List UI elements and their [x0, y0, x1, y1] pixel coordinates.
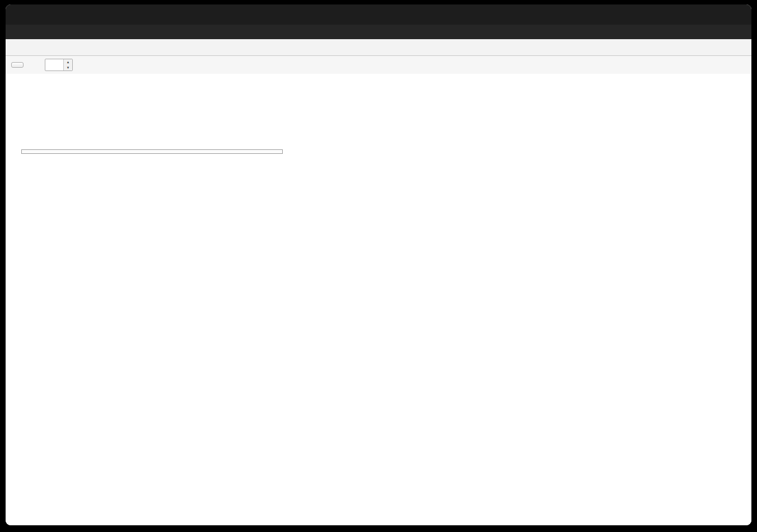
- stacked-diagrams-value: [45, 59, 63, 70]
- toolbar: ▲ ▼: [6, 56, 751, 74]
- y-axis-title: [735, 148, 749, 525]
- spin-arrows: ▲ ▼: [63, 59, 72, 70]
- stacked-diagrams-spinbox[interactable]: ▲ ▼: [45, 59, 73, 71]
- chart-panel: [6, 74, 751, 525]
- tab-bar: [6, 39, 751, 56]
- titlebar[interactable]: [6, 4, 751, 25]
- heaptrack-window: ▲ ▼: [6, 4, 751, 525]
- menubar: [6, 25, 751, 39]
- export-as-button[interactable]: [11, 62, 24, 68]
- stacked-diagrams-control: ▲ ▼: [41, 59, 73, 71]
- spin-down-button[interactable]: ▼: [64, 65, 72, 70]
- spin-up-button[interactable]: ▲: [64, 59, 72, 65]
- memory-consumption-chart[interactable]: [21, 148, 704, 525]
- chart-legend: [21, 149, 283, 154]
